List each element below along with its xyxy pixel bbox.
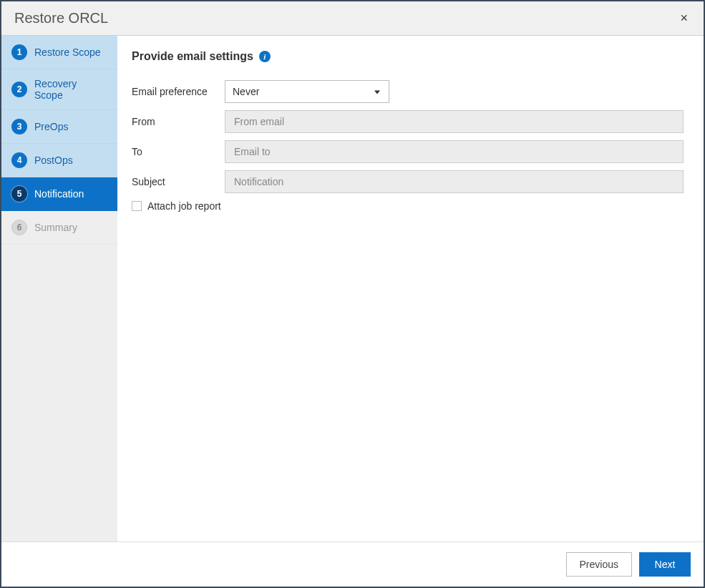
label-attach-report: Attach job report xyxy=(147,200,221,212)
step-label: Restore Scope xyxy=(34,46,101,58)
main-panel: Provide email settings i Email preferenc… xyxy=(117,36,704,542)
checkbox-attach-report[interactable] xyxy=(132,201,142,211)
next-button[interactable]: Next xyxy=(639,552,691,577)
input-subject[interactable] xyxy=(225,170,684,193)
step-label: Notification xyxy=(34,188,84,200)
step-postops[interactable]: 4 PostOps xyxy=(1,144,117,177)
dialog-title: Restore ORCL xyxy=(14,10,108,26)
step-number: 1 xyxy=(11,44,27,60)
step-restore-scope[interactable]: 1 Restore Scope xyxy=(1,36,117,69)
step-recovery-scope[interactable]: 2 Recovery Scope xyxy=(1,69,117,110)
label-from: From xyxy=(132,116,225,127)
step-preops[interactable]: 3 PreOps xyxy=(1,110,117,144)
step-number: 6 xyxy=(11,220,27,235)
restore-dialog: Restore ORCL × 1 Restore Scope 2 Recover… xyxy=(0,0,705,588)
step-notification[interactable]: 5 Notification xyxy=(1,177,117,211)
row-subject: Subject xyxy=(132,170,684,193)
label-subject: Subject xyxy=(132,176,225,187)
info-icon[interactable]: i xyxy=(259,51,271,62)
wizard-sidebar: 1 Restore Scope 2 Recovery Scope 3 PreOp… xyxy=(1,36,117,542)
step-number: 5 xyxy=(11,186,27,202)
section-title: Provide email settings i xyxy=(132,50,684,63)
close-button[interactable]: × xyxy=(677,11,691,26)
input-to-email[interactable] xyxy=(225,140,684,163)
step-number: 3 xyxy=(11,119,27,134)
input-from-email[interactable] xyxy=(225,110,684,133)
step-number: 2 xyxy=(11,82,27,97)
row-attach-report: Attach job report xyxy=(132,200,684,212)
select-email-preference[interactable]: Never xyxy=(225,80,389,103)
step-label: PostOps xyxy=(34,155,73,166)
dialog-footer: Previous Next xyxy=(1,542,704,587)
row-from: From xyxy=(132,110,684,133)
select-value: Never xyxy=(233,86,259,97)
previous-button[interactable]: Previous xyxy=(566,552,632,577)
row-to: To xyxy=(132,140,684,163)
step-label: Recovery Scope xyxy=(34,78,107,101)
section-title-text: Provide email settings xyxy=(132,50,253,63)
dialog-header: Restore ORCL × xyxy=(1,1,704,36)
row-email-preference: Email preference Never xyxy=(132,80,684,103)
label-to: To xyxy=(132,146,225,157)
step-number: 4 xyxy=(11,152,27,168)
step-label: PreOps xyxy=(34,121,68,132)
step-summary[interactable]: 6 Summary xyxy=(1,211,117,245)
step-label: Summary xyxy=(34,222,77,233)
label-email-preference: Email preference xyxy=(132,86,225,97)
close-icon: × xyxy=(680,11,688,25)
dialog-body: 1 Restore Scope 2 Recovery Scope 3 PreOp… xyxy=(1,36,704,542)
